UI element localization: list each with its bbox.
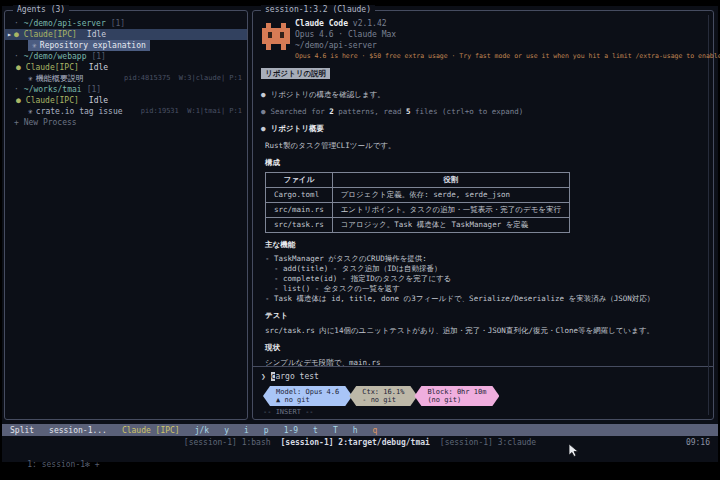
selection-caret-icon: ▸	[5, 29, 14, 40]
project-path: ~/works/tmai	[24, 84, 82, 95]
clock: 09:16	[686, 438, 710, 447]
table-cell-file: Cargo.toml	[266, 188, 333, 203]
table-header-row: ファイル 役割	[266, 173, 570, 188]
model-segment-line1: Model: Opus 4.6	[276, 388, 339, 396]
bullet-text: リポジトリの構造を確認します。	[271, 89, 385, 100]
tests-text: src/task.rs 内に14個のユニットテストがあり、追加・完了・JSON直…	[265, 325, 703, 336]
claude-mascot-icon	[262, 23, 290, 53]
block-segment-line2: (no git)	[427, 396, 486, 404]
bullet-dot-icon: ●	[261, 89, 266, 100]
prompt-chevron-icon: ❯	[261, 372, 266, 381]
task-row[interactable]: ✳ 機能概要説明 pid:4815375 W:3|claude| P:1	[5, 73, 247, 84]
tree-bullet: ·	[14, 84, 19, 95]
task-pid-meta: pid:4815375 W:3|claude| P:1	[124, 73, 247, 84]
feature-line: - complete(id) - 指定IDのタスクを完了にする	[265, 274, 703, 284]
pane-scroll-track[interactable]	[708, 15, 709, 415]
task-label: Repository explanation	[40, 40, 146, 51]
composition-heading: 構成	[265, 157, 703, 168]
context-segment-line1: Ctx: 16.1%	[362, 388, 404, 396]
task-pid-meta: pid:19531 W:1|tmai| P:1	[141, 106, 247, 117]
project-path: ~/demo/api-server	[24, 18, 106, 29]
window-item-tmai-active[interactable]: [session-1] 2:target/debug/tmai	[281, 438, 430, 447]
model-segment-line2: ▲ no git	[276, 396, 339, 404]
feature-line: - add(title) - タスク追加（IDは自動採番）	[265, 264, 703, 274]
agent-row[interactable]: ● Claude[IPC] Idle	[5, 95, 247, 106]
project-count-badge: [1]	[91, 51, 105, 62]
prompt-input[interactable]: ❯ cargo test	[261, 371, 705, 383]
project-row-webapp[interactable]: · ~/demo/webapp [1]	[5, 51, 247, 62]
keyhint-h: h	[353, 426, 358, 435]
keyhint-p: p	[264, 426, 269, 435]
overview-text: Rust製のタスク管理CLIツールです。	[265, 140, 703, 151]
claude-header: Claude Code v2.1.42 Opus 4.6 · Claude Ma…	[253, 11, 713, 64]
agent-status-dot-icon: ●	[14, 29, 19, 40]
tree-bullet: ·	[14, 18, 19, 29]
session-status-bar[interactable]: 1: session-1✻ +	[8, 451, 100, 478]
table-row: Cargo.toml プロジェクト定義。依存: serde, serde_jso…	[266, 188, 570, 203]
table-cell-role: コアロジック。Task 構造体と TaskManager を定義	[332, 218, 569, 233]
window-item-bash[interactable]: [session-1] 1:bash	[184, 438, 271, 447]
project-path: ~/demo/webapp	[24, 51, 87, 62]
tmux-window-bar: [session-1] 1:bash [session-1] 2:target/…	[2, 437, 718, 448]
mouse-cursor	[569, 444, 579, 457]
keyhint-T: T	[333, 426, 338, 435]
claude-input-area: ❯ cargo test Model: Opus 4.6 ▲ no git Ct…	[253, 366, 713, 419]
task-icon: ✳	[28, 73, 33, 84]
block-segment: Block: 0hr 10m (no git)	[414, 386, 499, 406]
window-item-claude[interactable]: [session-1] 3:claude	[440, 438, 536, 447]
status-heading: 現状	[265, 342, 703, 353]
keyhint-split: Split	[10, 426, 34, 435]
task-row-selected[interactable]: ✳ Repository explanation	[5, 40, 247, 51]
tests-heading: テスト	[265, 310, 703, 321]
feature-line: - TaskManager がタスクのCRUD操作を提供:	[265, 254, 703, 264]
keyhint-session: session-1...	[49, 426, 107, 435]
task-selected-highlight: ✳ Repository explanation	[28, 40, 150, 51]
table-cell-file: src/task.rs	[266, 218, 333, 233]
bullet-heading: リポジトリ概要	[271, 123, 324, 134]
searched-text: Searched for 2 patterns, read 5 files (c…	[271, 106, 524, 117]
new-process-button[interactable]: + New Process	[5, 117, 247, 128]
agent-status-dot-icon: ●	[16, 62, 21, 73]
agent-state: Idle	[89, 95, 108, 106]
feature-line: - Task 構造体は id, title, done の3フィールドで、Ser…	[265, 294, 703, 304]
table-header-role: 役割	[332, 173, 569, 188]
project-row-api-server[interactable]: · ~/demo/api-server [1]	[5, 18, 247, 29]
terminal-screen: Agents (3) · ~/demo/api-server [1] ▸ ● C…	[0, 0, 720, 480]
project-row-tmai[interactable]: · ~/works/tmai [1]	[5, 84, 247, 95]
model-line: Opus 4.6 · Claude Max	[295, 29, 705, 40]
assistant-bullet: ● リポジトリの構造を確認します。	[261, 89, 703, 100]
promo-tip-line: Opus 4.6 is here · $50 free extra usage …	[295, 51, 705, 62]
task-label: crate.io tag issue	[36, 106, 123, 117]
table-header-file: ファイル	[266, 173, 333, 188]
task-row[interactable]: ✳ crate.io tag issue pid:19531 W:1|tmai|…	[5, 106, 247, 117]
task-label: 機能概要説明	[36, 73, 84, 84]
tool-result-bullet[interactable]: ● Searched for 2 patterns, read 5 files …	[261, 106, 703, 117]
agent-state: Idle	[89, 62, 108, 73]
new-process-label: + New Process	[14, 117, 77, 128]
keyhint-claude-ipc: Claude [IPC]	[122, 426, 180, 435]
table-cell-file: src/main.rs	[266, 203, 333, 218]
table-row: src/main.rs エントリポイント。タスクの追加・一覧表示・完了のデモを実…	[266, 203, 570, 218]
claude-session-pane: session-1:3.2 (Claude) Claude Code v2.1.…	[252, 10, 714, 420]
table-cell-role: プロジェクト定義。依存: serde, serde_json	[332, 188, 569, 203]
task-icon: ✳	[28, 106, 33, 117]
project-count-badge: [1]	[111, 18, 125, 29]
keyhint-i: i	[244, 426, 249, 435]
agent-row-selected[interactable]: ▸ ● Claude[IPC] Idle	[5, 29, 247, 40]
context-segment-line2: - no git	[362, 396, 404, 404]
model-segment: Model: Opus 4.6 ▲ no git	[263, 386, 352, 406]
task-icon: ✳	[32, 40, 37, 51]
agents-tree: · ~/demo/api-server [1] ▸ ● Claude[IPC] …	[5, 11, 247, 128]
agents-panel-title: Agents (3)	[13, 5, 69, 15]
features-list: - TaskManager がタスクのCRUD操作を提供: - add(titl…	[261, 254, 703, 304]
project-count-badge: [1]	[87, 84, 101, 95]
vim-mode-indicator: -- INSERT --	[263, 408, 705, 416]
composition-table: ファイル 役割 Cargo.toml プロジェクト定義。依存: serde, s…	[265, 172, 570, 233]
bullet-dot-icon: ●	[261, 106, 266, 117]
keyhint-t: t	[313, 426, 318, 435]
agent-row[interactable]: ● Claude[IPC] Idle	[5, 62, 247, 73]
agent-name: Claude[IPC]	[26, 62, 79, 73]
app-name: Claude Code	[295, 19, 348, 28]
keyhint-1-9: 1-9	[284, 426, 298, 435]
agent-state: Idle	[87, 29, 106, 40]
